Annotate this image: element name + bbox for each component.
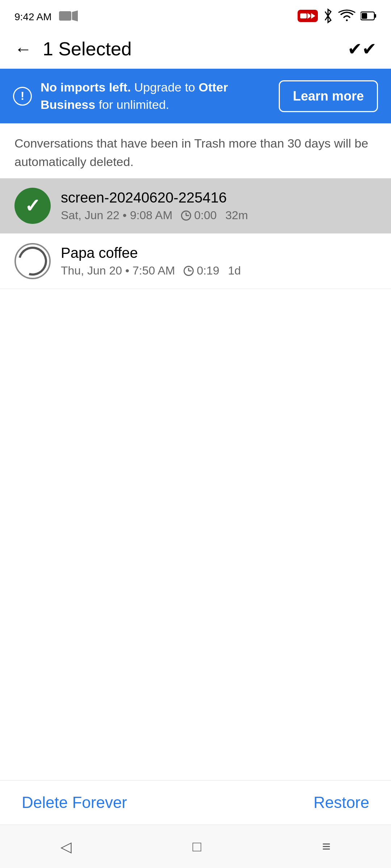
no-imports-text: No imports left. xyxy=(41,80,131,94)
nav-menu-button[interactable]: ≡ xyxy=(322,838,331,855)
conv-title: screen-20240620-225416 xyxy=(61,190,377,206)
video-camera-icon xyxy=(59,10,78,22)
back-button[interactable]: ← xyxy=(14,39,32,59)
conv-age: 1d xyxy=(228,264,241,277)
checkmark-icon: ✓ xyxy=(25,195,41,217)
restore-button[interactable]: Restore xyxy=(314,793,369,812)
conv-duration: 0:00 xyxy=(181,209,216,222)
delete-forever-button[interactable]: Delete Forever xyxy=(22,793,127,812)
svg-rect-6 xyxy=(362,13,367,19)
conversation-list: ✓ screen-20240620-225416 Sat, Jun 22 • 9… xyxy=(0,178,391,289)
status-ampm: AM xyxy=(37,11,52,22)
page-title: 1 Selected xyxy=(43,38,348,60)
recording-badge xyxy=(298,10,318,22)
avatar-selected: ✓ xyxy=(14,188,51,224)
battery-icon xyxy=(361,11,377,21)
bottom-action-bar: Delete Forever Restore xyxy=(0,780,391,825)
table-row[interactable]: Papa coffee Thu, Jun 20 • 7:50 AM 0:19 1… xyxy=(0,234,391,289)
conv-duration: 0:19 xyxy=(184,264,219,277)
table-row[interactable]: ✓ screen-20240620-225416 Sat, Jun 22 • 9… xyxy=(0,178,391,234)
trash-notice: Conversations that have been in Trash mo… xyxy=(0,123,391,178)
learn-more-button[interactable]: Learn more xyxy=(279,80,378,112)
banner-text: No imports left. Upgrade to Otter Busine… xyxy=(41,79,272,113)
svg-rect-2 xyxy=(300,13,307,18)
wifi-icon xyxy=(338,9,356,22)
clock-icon xyxy=(181,210,191,221)
conv-date: Sat, Jun 22 • 9:08 AM xyxy=(61,209,172,222)
conv-meta: Thu, Jun 20 • 7:50 AM 0:19 1d xyxy=(61,264,377,277)
bluetooth-icon xyxy=(323,8,333,24)
info-icon: ! xyxy=(13,87,32,106)
nav-bar: ◁ □ ≡ xyxy=(0,825,391,868)
svg-rect-0 xyxy=(59,11,71,21)
status-time: 9:42AM xyxy=(14,8,52,24)
conv-title: Papa coffee xyxy=(61,245,377,261)
conv-info: screen-20240620-225416 Sat, Jun 22 • 9:0… xyxy=(61,190,377,222)
svg-rect-5 xyxy=(374,14,376,18)
app-bar: ← 1 Selected ✔✔ xyxy=(0,29,391,69)
conv-age: 32m xyxy=(226,209,248,222)
check-all-button[interactable]: ✔✔ xyxy=(348,39,377,59)
svg-marker-1 xyxy=(72,10,78,21)
banner-content: ! No imports left. Upgrade to Otter Busi… xyxy=(13,79,272,113)
status-icons-left xyxy=(59,10,78,22)
conv-date: Thu, Jun 20 • 7:50 AM xyxy=(61,264,175,277)
conv-meta: Sat, Jun 22 • 9:08 AM 0:00 32m xyxy=(61,209,377,222)
status-icons-right xyxy=(298,8,377,24)
avatar-unselected xyxy=(14,243,51,279)
conv-info: Papa coffee Thu, Jun 20 • 7:50 AM 0:19 1… xyxy=(61,245,377,277)
svg-marker-3 xyxy=(307,13,310,19)
upgrade-banner: ! No imports left. Upgrade to Otter Busi… xyxy=(0,69,391,123)
nav-home-button[interactable]: □ xyxy=(193,838,201,855)
partial-arc-icon xyxy=(13,242,52,281)
status-bar: 9:42AM xyxy=(0,0,391,29)
nav-back-button[interactable]: ◁ xyxy=(60,838,72,855)
clock-icon xyxy=(184,266,194,276)
